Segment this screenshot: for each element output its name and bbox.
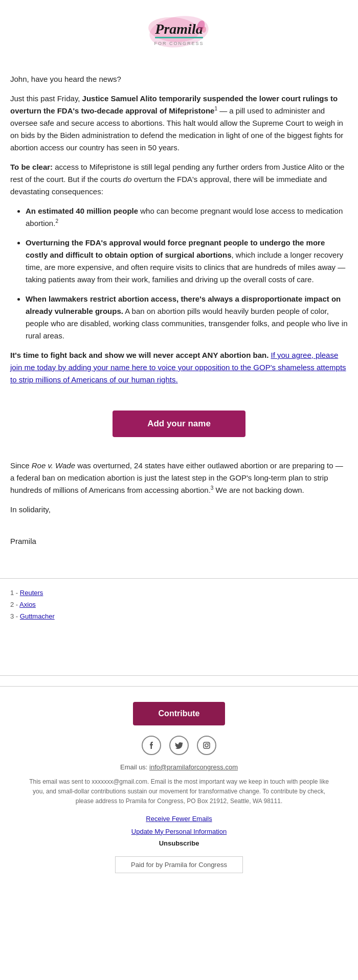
bullet-list: An estimated 40 million people who can b… xyxy=(26,205,348,342)
facebook-icon[interactable] xyxy=(142,736,161,755)
update-personal-info-link[interactable]: Update My Personal Information xyxy=(131,828,227,835)
bullet-item-3: When lawmakers restrict abortion access,… xyxy=(26,293,348,342)
footnote-3-link[interactable]: Guttmacher xyxy=(20,612,55,620)
paid-for-label: Paid for by Pramila for Congress xyxy=(115,856,243,873)
unsubscribe-row: Unsubscribe xyxy=(10,839,348,847)
receive-fewer-emails-link[interactable]: Receive Fewer Emails xyxy=(146,815,212,823)
update-info-row: Update My Personal Information xyxy=(10,827,348,835)
svg-rect-7 xyxy=(204,742,210,748)
since-italic: Roe v. Wade xyxy=(32,461,75,470)
greeting: John, have you heard the news? xyxy=(10,73,348,85)
svg-text:Pramila: Pramila xyxy=(154,21,203,37)
social-icons-row xyxy=(10,736,348,755)
footnote-2-link[interactable]: Axios xyxy=(19,601,36,608)
since-end: We are not backing down. xyxy=(213,486,304,494)
signature-section: In solidarity, Pramila xyxy=(10,504,348,548)
paid-for-row: Paid for by Pramila for Congress xyxy=(10,854,348,878)
footer-legal: This email was sent to xxxxxxx@gmail.com… xyxy=(10,777,348,807)
bullet-item-1: An estimated 40 million people who can b… xyxy=(26,205,348,230)
para1: Just this past Friday, Justice Samuel Al… xyxy=(10,93,348,154)
email-body: John, have you heard the news? Just this… xyxy=(0,63,358,398)
footnote-1: 1 - Reuters xyxy=(10,589,348,597)
cta-para: It's time to fight back and show we will… xyxy=(10,349,348,386)
cta-plain: It's time to fight back and show we will… xyxy=(10,351,271,359)
footnotes-section: 1 - Reuters 2 - Axios 3 - Guttmacher xyxy=(0,589,358,620)
footnote-2: 2 - Axios xyxy=(10,601,348,608)
para1-plain: Just this past Friday, xyxy=(10,94,82,103)
unsubscribe-label[interactable]: Unsubscribe xyxy=(159,839,199,847)
footnote-ref-2: 2 xyxy=(55,218,58,224)
email-us-label: Email us: xyxy=(120,763,149,771)
email-us: Email us: info@pramilaforcongress.com xyxy=(10,763,348,771)
instagram-icon[interactable] xyxy=(197,736,216,755)
svg-point-9 xyxy=(208,743,209,744)
receive-fewer-emails-row: Receive Fewer Emails xyxy=(10,814,348,823)
spacer xyxy=(0,624,358,665)
post-cta-content: Since Roe v. Wade was overturned, 24 sta… xyxy=(0,449,358,568)
email-us-address[interactable]: info@pramilaforcongress.com xyxy=(149,763,238,771)
contribute-button[interactable]: Contribute xyxy=(133,702,225,725)
footnote-3: 3 - Guttmacher xyxy=(10,612,348,620)
para2: To be clear: access to Mifepristone is s… xyxy=(10,161,348,198)
para2-italic: do xyxy=(123,175,132,184)
svg-text:FOR CONGRESS: FOR CONGRESS xyxy=(154,41,204,46)
add-name-section: Add your name xyxy=(0,411,358,437)
signature-name: Pramila xyxy=(10,535,348,548)
footer: Contribute Email us: info@pramilaforcong… xyxy=(0,686,358,883)
header: Pramila FOR CONGRESS xyxy=(0,0,358,63)
bullet1-bold: An estimated 40 million people xyxy=(26,207,138,215)
bullet-item-2: Overturning the FDA's approval would for… xyxy=(26,237,348,286)
add-name-button[interactable]: Add your name xyxy=(113,411,245,437)
para2-bold: To be clear: xyxy=(10,163,53,171)
svg-point-8 xyxy=(205,744,208,747)
twitter-icon[interactable] xyxy=(169,736,189,755)
since-plain: Since xyxy=(10,461,32,470)
since-para: Since Roe v. Wade was overturned, 24 sta… xyxy=(10,460,348,496)
closing: In solidarity, xyxy=(10,504,348,516)
footnote-1-link[interactable]: Reuters xyxy=(20,589,43,597)
logo: Pramila FOR CONGRESS xyxy=(146,10,212,58)
svg-rect-3 xyxy=(155,37,203,38)
divider-2 xyxy=(0,675,358,676)
contribute-section: Contribute xyxy=(10,702,348,736)
divider-1 xyxy=(0,578,358,579)
